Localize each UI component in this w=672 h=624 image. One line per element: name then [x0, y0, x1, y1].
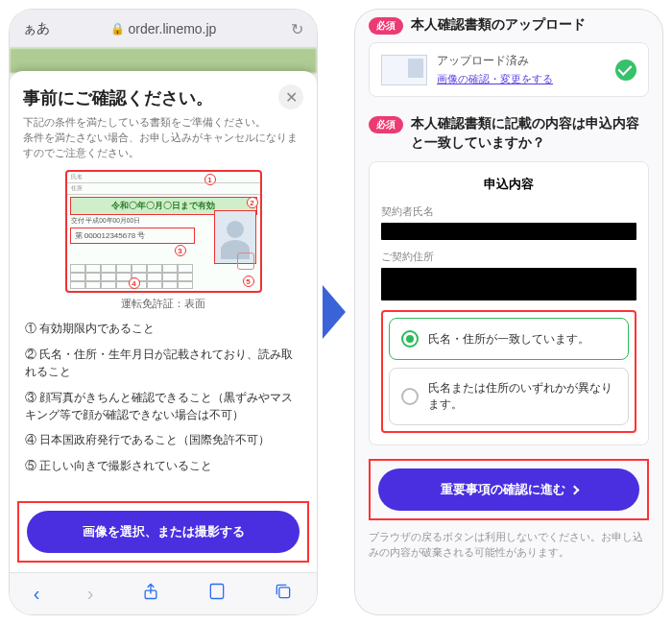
browser-toolbar: ‹ › [10, 572, 317, 614]
cta-highlight-frame: 画像を選択、または撮影する [17, 501, 309, 563]
requirement-item: ④ 日本国政府発行であること（国際免許不可） [23, 432, 303, 449]
footer-warning: ブラウザの戻るボタンは利用しないでください。お申し込みの内容が破棄される可能性が… [369, 530, 649, 561]
radio-dot-icon [401, 330, 419, 348]
svg-rect-1 [279, 588, 290, 598]
radio-match[interactable]: 氏名・住所が一致しています。 [389, 318, 629, 360]
back-icon[interactable]: ‹ [34, 583, 40, 605]
radio-mismatch[interactable]: 氏名または住所のいずれかが異なります。 [389, 368, 629, 425]
sheet-title: 事前にご確認ください。 [23, 86, 303, 109]
upload-card: アップロード済み 画像の確認・変更をする [369, 42, 649, 97]
phone-left: ぁあ 🔒 order.linemo.jp ↻ ✕ 事前にご確認ください。 下記の… [10, 10, 317, 614]
requirement-list: ① 有効期限内であること ② 氏名・住所・生年月日が記載されており、読み取れるこ… [23, 321, 303, 475]
requirement-item: ③ 顔写真がきちんと確認できること（黒ずみやマスキング等で顔が確認できない場合は… [23, 390, 303, 424]
upload-edit-link[interactable]: 画像の確認・変更をする [437, 73, 553, 84]
background-dimmed [10, 48, 317, 73]
field-label-address: ご契約住所 [381, 250, 636, 264]
cta-highlight-frame: 重要事項の確認に進む [369, 459, 649, 520]
required-badge: 必須 [369, 17, 403, 35]
tabs-icon[interactable] [274, 582, 293, 606]
share-icon[interactable] [141, 582, 160, 606]
radio-dot-icon [401, 388, 419, 405]
required-badge: 必須 [369, 116, 403, 133]
requirement-item: ② 氏名・住所・生年月日が記載されており、読み取れること [23, 347, 303, 381]
application-content-card: 申込内容 契約者氏名 ご契約住所 氏名・住所が一致しています。 氏名または住所の… [369, 161, 649, 445]
field-label-name: 契約者氏名 [381, 204, 636, 219]
bookmarks-icon[interactable] [207, 582, 227, 606]
reload-icon[interactable]: ↻ [291, 20, 303, 38]
select-image-button[interactable]: 画像を選択、または撮影する [27, 511, 300, 553]
card-title: 申込内容 [381, 176, 636, 193]
arrow-icon [323, 285, 346, 339]
check-icon [615, 60, 636, 81]
browser-bar: ぁあ 🔒 order.linemo.jp ↻ [10, 10, 317, 48]
license-number: 第 000012345678 号 [70, 228, 195, 244]
license-caption: 運転免許証：表面 [23, 297, 303, 311]
radio-highlight-frame: 氏名・住所が一致しています。 氏名または住所のいずれかが異なります。 [381, 310, 636, 433]
lock-icon: 🔒 [110, 22, 125, 36]
section-match-title: 必須 本人確認書類に記載の内容は申込内容と一致していますか？ [369, 114, 649, 152]
proceed-button[interactable]: 重要事項の確認に進む [378, 468, 639, 511]
stamp-icon [237, 252, 254, 270]
chevron-right-icon [569, 485, 579, 494]
requirement-item: ⑤ 正しい向きで撮影されていること [23, 458, 303, 475]
forward-icon[interactable]: › [87, 583, 94, 605]
redacted-name [381, 223, 636, 240]
sheet-note: 下記の条件を満たしている書類をご準備ください。 条件を満たさない場合、お申し込み… [23, 115, 303, 160]
url-text[interactable]: order.linemo.jp [129, 21, 217, 36]
redacted-address [381, 268, 636, 300]
upload-status: アップロード済み [437, 53, 606, 69]
modal-sheet: ✕ 事前にご確認ください。 下記の条件を満たしている書類をご準備ください。 条件… [10, 71, 317, 614]
section-upload-title: 必須 本人確認書類のアップロード [369, 15, 649, 35]
requirement-item: ① 有効期限内であること [23, 321, 303, 338]
close-icon[interactable]: ✕ [278, 84, 303, 109]
phone-right: 必須 本人確認書類のアップロード アップロード済み 画像の確認・変更をする 必須… [355, 10, 662, 614]
license-sample: 氏名 住所 令和〇年〇月〇日まで有効 交付 平成00年00月00日 第 0000… [65, 170, 262, 293]
text-size-control[interactable]: ぁあ [23, 20, 50, 37]
upload-thumbnail [381, 55, 427, 85]
